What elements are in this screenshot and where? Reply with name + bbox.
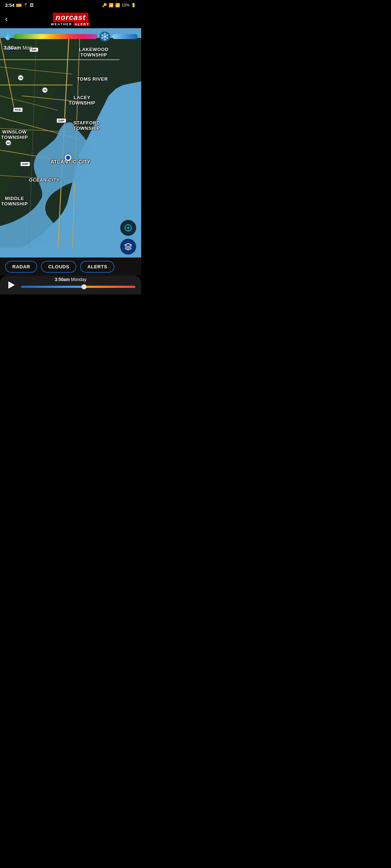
logo-norcast-text: norcast bbox=[56, 13, 86, 22]
playback-time: 3:50am Monday bbox=[55, 277, 86, 282]
map-label-winslow: WINSLOWTOWNSHIP bbox=[0, 129, 29, 140]
notification-icon: 🎫 bbox=[16, 3, 22, 8]
app-header: ‹ norcast WEATHER ALERT bbox=[0, 10, 141, 28]
map-label-stafford: STAFFORDTOWNSHIP bbox=[65, 120, 108, 131]
progress-remaining bbox=[84, 286, 135, 288]
map-label-ocean-city: OCEAN CITY bbox=[22, 177, 66, 183]
legend-blue-bar bbox=[112, 34, 138, 39]
svg-point-15 bbox=[127, 227, 129, 229]
route-72-shield: 72 bbox=[42, 87, 48, 93]
snow-icon: ❄️ bbox=[100, 31, 110, 42]
gsp-shield-2: GSP bbox=[20, 161, 30, 167]
timestamp-bold: 3:50am bbox=[4, 45, 21, 51]
signal-icon: 📶 bbox=[115, 3, 120, 8]
clouds-tab[interactable]: CLOUDS bbox=[41, 261, 76, 273]
progress-played bbox=[21, 286, 84, 288]
location-dot bbox=[65, 154, 71, 161]
legend-bar: 💧 ❄️ bbox=[0, 31, 141, 42]
logo-alert-text: ALERT bbox=[73, 22, 90, 26]
progress-bar[interactable] bbox=[21, 286, 135, 288]
battery-text: 10% bbox=[122, 3, 130, 7]
map-label-lacey: LACEYTOWNSHIP bbox=[62, 95, 102, 106]
logo-weather-text: WEATHER bbox=[51, 22, 72, 26]
map-label-middle: MIDDLETOWNSHIP bbox=[0, 196, 29, 207]
battery-icon: 🔋 bbox=[131, 3, 136, 8]
back-button[interactable]: ‹ bbox=[5, 14, 8, 24]
map-label-toms-river: TOMS RIVER bbox=[71, 76, 114, 82]
alerts-tab[interactable]: ALERTS bbox=[80, 261, 114, 273]
status-time: 3:54 bbox=[5, 3, 14, 8]
location-icon: 📍 bbox=[23, 3, 28, 8]
play-icon bbox=[8, 281, 15, 289]
playback-time-bold: 3:50am bbox=[55, 277, 70, 282]
bottom-tabs: RADAR CLOUDS ALERTS bbox=[0, 258, 141, 276]
progress-thumb bbox=[81, 284, 87, 289]
key-icon: 🔑 bbox=[102, 3, 107, 8]
gallery-icon: 🖼 bbox=[30, 3, 34, 7]
rain-icon: 💧 bbox=[4, 33, 12, 41]
app-logo: norcast WEATHER ALERT bbox=[51, 13, 91, 26]
route-40-shield: 40 bbox=[5, 140, 12, 146]
layers-button[interactable] bbox=[120, 239, 136, 255]
route-70-shield: 70 bbox=[17, 75, 24, 81]
status-left: 3:54 🎫 📍 🖼 bbox=[5, 3, 34, 8]
compass-icon bbox=[124, 224, 132, 232]
radar-tab[interactable]: RADAR bbox=[5, 261, 37, 273]
timestamp-rest: Mon bbox=[21, 45, 32, 51]
gsp-shield-1: GSP bbox=[56, 118, 67, 123]
playback-time-rest: Monday bbox=[70, 277, 87, 282]
status-right: 🔑 📶 📶 10% 🔋 bbox=[102, 3, 136, 8]
status-bar: 3:54 🎫 📍 🖼 🔑 📶 📶 10% 🔋 bbox=[0, 0, 141, 10]
map-label-lakewood: LAKEWOODTOWNSHIP bbox=[72, 47, 115, 58]
play-button[interactable] bbox=[6, 279, 17, 291]
map-area[interactable]: 💧 ❄️ 195 NJTP 70 72 ACE GSP 40 GSP 3:50a… bbox=[0, 28, 141, 258]
ace-shield: ACE bbox=[13, 107, 23, 112]
legend-gradient bbox=[14, 34, 97, 39]
layers-icon bbox=[124, 243, 132, 251]
map-timestamp: 3:50am Mon bbox=[4, 45, 32, 51]
my-location-button[interactable] bbox=[120, 220, 136, 236]
wifi-icon: 📶 bbox=[109, 3, 114, 8]
logo-sub: WEATHER ALERT bbox=[51, 22, 91, 26]
playback-bar: 3:50am Monday bbox=[0, 276, 141, 294]
map-svg bbox=[0, 28, 141, 258]
